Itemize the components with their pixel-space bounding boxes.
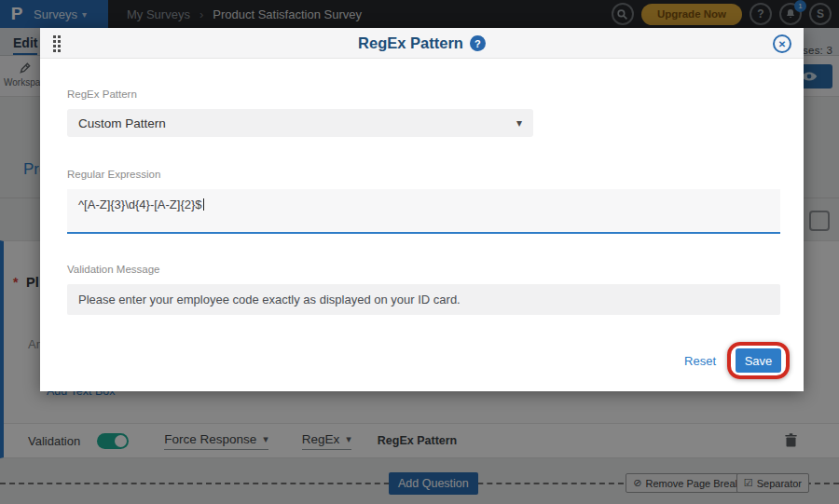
pattern-field-label: RegEx Pattern bbox=[67, 89, 137, 100]
regex-input-value: ^[A-Z]{3}\d{4}-[A-Z]{2}$ bbox=[78, 198, 202, 211]
pattern-select-value: Custom Pattern bbox=[78, 116, 166, 130]
pattern-select[interactable]: Custom Pattern ▾ bbox=[67, 109, 533, 137]
modal-header: RegEx Pattern ? ✕ bbox=[40, 28, 804, 59]
close-icon[interactable]: ✕ bbox=[773, 34, 791, 53]
help-icon[interactable]: ? bbox=[470, 35, 486, 51]
reset-link[interactable]: Reset bbox=[684, 354, 716, 368]
modal-title-wrap: RegEx Pattern ? bbox=[40, 28, 804, 59]
message-field-label: Validation Message bbox=[67, 264, 160, 275]
validation-message-value: Please enter your employee code exactly … bbox=[78, 293, 461, 306]
modal-title: RegEx Pattern bbox=[358, 34, 463, 52]
regex-input[interactable]: ^[A-Z]{3}\d{4}-[A-Z]{2}$ bbox=[67, 189, 780, 234]
chevron-down-icon: ▾ bbox=[516, 116, 522, 129]
validation-message-input[interactable]: Please enter your employee code exactly … bbox=[67, 284, 780, 315]
regex-field-label: Regular Expression bbox=[67, 169, 160, 180]
regex-pattern-modal: RegEx Pattern ? ✕ RegEx Pattern Custom P… bbox=[40, 28, 804, 391]
app-window: P Surveys ▾ My Surveys › Product Satisfa… bbox=[0, 0, 839, 504]
save-button[interactable]: Save bbox=[736, 348, 781, 373]
tutorial-highlight-ring: Save bbox=[727, 342, 790, 379]
text-cursor bbox=[203, 198, 204, 211]
